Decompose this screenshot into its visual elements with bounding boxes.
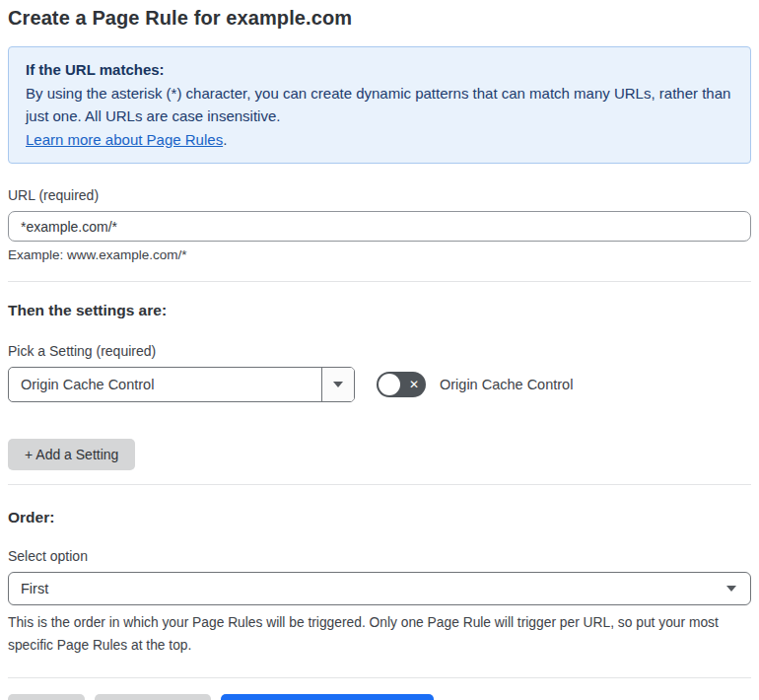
toggle-knob [379, 374, 400, 395]
origin-cache-control-toggle[interactable]: ✕ [377, 372, 426, 397]
chevron-down-icon [726, 586, 736, 592]
setting-row: Origin Cache Control ✕ Origin Cache Cont… [8, 367, 751, 402]
cancel-button[interactable]: Cancel [8, 694, 85, 700]
url-example-helper: Example: www.example.com/* [8, 247, 751, 262]
divider [8, 677, 751, 678]
chevron-down-icon [333, 382, 343, 387]
link-suffix: . [223, 131, 227, 148]
footer-actions: Cancel Save as Draft Save and Deploy Pag… [8, 694, 751, 700]
toggle-off-x-icon: ✕ [409, 379, 419, 390]
add-setting-button[interactable]: + Add a Setting [8, 439, 135, 470]
info-box-link-line: Learn more about Page Rules. [26, 128, 733, 152]
setting-select[interactable]: Origin Cache Control [8, 367, 355, 402]
info-box-heading: If the URL matches: [26, 58, 733, 82]
save-and-deploy-button[interactable]: Save and Deploy Page Rule [221, 694, 434, 700]
divider [8, 281, 751, 282]
order-helper-text: This is the order in which your Page Rul… [8, 611, 751, 657]
toggle-setting-label: Origin Cache Control [440, 377, 573, 392]
order-select-label: Select option [8, 548, 751, 564]
info-box-body: By using the asterisk (*) character, you… [26, 82, 733, 128]
page-title: Create a Page Rule for example.com [8, 7, 751, 30]
learn-more-link[interactable]: Learn more about Page Rules [26, 131, 223, 148]
setting-select-value: Origin Cache Control [9, 368, 321, 401]
order-select[interactable]: First [8, 572, 751, 605]
order-select-value: First [21, 581, 726, 596]
save-as-draft-button[interactable]: Save as Draft [95, 694, 212, 700]
settings-section-heading: Then the settings are: [8, 302, 751, 319]
pick-setting-label: Pick a Setting (required) [8, 343, 751, 359]
url-match-info-box: If the URL matches: By using the asteris… [8, 46, 751, 164]
url-field-label: URL (required) [8, 187, 751, 203]
order-section-heading: Order: [8, 509, 751, 526]
url-input[interactable] [8, 211, 751, 242]
setting-select-caret-button[interactable] [321, 368, 354, 401]
divider [8, 484, 751, 485]
